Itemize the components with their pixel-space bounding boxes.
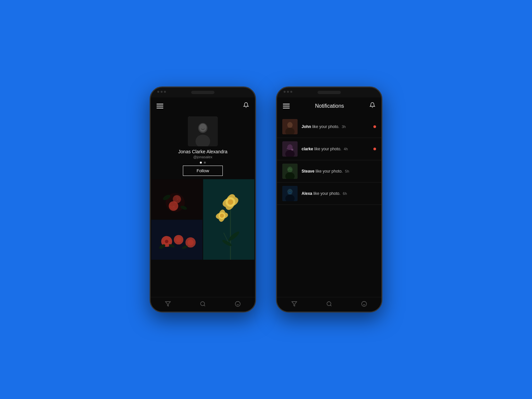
svg-point-39 [200, 302, 204, 306]
notif-username-john: John [302, 124, 311, 129]
svg-line-40 [204, 305, 205, 306]
svg-point-66 [361, 301, 366, 306]
notif-text-alexa: Alexa like your photo. 6h [302, 191, 369, 197]
photo-grid [151, 179, 255, 297]
notification-item-alexa[interactable]: Alexa like your photo. 6h [277, 183, 381, 205]
notif-time-steave: 5h [345, 169, 349, 173]
dot-1 [157, 91, 159, 93]
svg-point-30 [165, 240, 168, 243]
notification-item-steave[interactable]: Steave like your photo. 5h [277, 160, 381, 183]
menu-button-left[interactable] [157, 104, 163, 108]
right-header: Notifications [277, 97, 381, 113]
rmenu-line-3 [283, 108, 290, 108]
notif-action-john: like your photo. [312, 124, 339, 129]
svg-marker-63 [292, 302, 297, 306]
svg-point-64 [327, 302, 331, 306]
left-bottom-nav [151, 297, 255, 312]
menu-button-right[interactable] [283, 104, 290, 108]
phone-dots-right [284, 91, 292, 93]
rdot-3 [290, 91, 292, 93]
svg-line-65 [330, 305, 331, 306]
notification-item-john[interactable]: John like your photo. 3h [277, 116, 381, 138]
svg-point-51 [287, 148, 288, 149]
notif-username-steave: Steave [302, 169, 315, 174]
notif-username-clarke: clarke [302, 147, 313, 151]
svg-point-32 [176, 237, 181, 242]
notifications-screen: John like your photo. 3h [277, 113, 381, 297]
svg-marker-38 [166, 302, 171, 306]
photo-cell-2 [203, 179, 254, 260]
rmenu-line-1 [283, 104, 290, 104]
rdot-1 [284, 91, 286, 93]
page-dots [200, 162, 206, 164]
notif-time-clarke: 4h [344, 147, 348, 151]
notif-text-john: John like your photo. 3h [302, 124, 369, 130]
notif-avatar-steave [282, 164, 298, 179]
notif-dot-clarke [373, 148, 376, 150]
notif-avatar-alexa [282, 186, 298, 201]
notif-time-alexa: 6h [343, 192, 347, 196]
notifications-title: Notifications [315, 103, 344, 109]
svg-point-34 [188, 239, 194, 245]
notification-item-clarke[interactable]: clarke like your photo. 4h [277, 138, 381, 160]
dot-3 [164, 91, 166, 93]
phone-top-right [277, 87, 381, 97]
dot-2 [161, 91, 163, 93]
bell-button-left[interactable] [243, 102, 249, 110]
rdot-2 [287, 91, 289, 93]
right-bottom-nav [277, 297, 381, 312]
filter-icon-right[interactable] [291, 301, 297, 308]
left-screen: Jonas Clarke Alexandra @jonasalex Follow [151, 97, 255, 312]
bell-button-right[interactable] [369, 102, 375, 110]
notif-text-clarke: clarke like your photo. 4h [302, 146, 369, 152]
svg-point-50 [291, 149, 293, 151]
svg-rect-14 [203, 179, 254, 260]
notif-action-steave: like your photo. [316, 169, 342, 174]
svg-point-24 [220, 214, 224, 218]
notification-list: John like your photo. 3h [277, 113, 381, 297]
dot-inactive [204, 162, 206, 164]
profile-name: Jonas Clarke Alexandra [178, 149, 227, 154]
search-icon-right[interactable] [326, 301, 332, 308]
search-icon-left[interactable] [200, 301, 206, 308]
rmenu-line-2 [283, 106, 290, 106]
notif-dot-john [373, 125, 376, 128]
svg-point-45 [287, 122, 293, 128]
smiley-icon-left[interactable] [235, 301, 241, 308]
menu-line-2 [157, 106, 163, 106]
smiley-icon-right[interactable] [361, 301, 367, 308]
follow-button[interactable]: Follow [183, 166, 223, 176]
dot-active [200, 162, 202, 164]
phone-dots [157, 91, 166, 93]
avatar-image [188, 116, 218, 146]
notif-text-steave: Steave like your photo. 5h [302, 169, 369, 174]
notif-avatar-clarke [282, 141, 298, 157]
svg-point-3 [199, 124, 206, 132]
profile-content: Jonas Clarke Alexandra @jonasalex Follow [151, 113, 255, 297]
phone-right: Notifications [276, 86, 382, 313]
phone-top-left [151, 87, 255, 97]
left-header [151, 97, 255, 113]
notif-action-clarke: like your photo. [314, 147, 341, 151]
menu-line-3 [157, 108, 163, 108]
svg-point-20 [228, 199, 233, 204]
phone-left: Jonas Clarke Alexandra @jonasalex Follow [150, 86, 256, 313]
notif-avatar-john [282, 119, 298, 134]
svg-point-11 [173, 195, 181, 203]
notif-action-alexa: like your photo. [313, 191, 340, 196]
notif-username-alexa: Alexa [302, 191, 312, 196]
filter-icon-left[interactable] [165, 301, 171, 308]
photo-cell-3 [151, 220, 202, 260]
svg-point-41 [235, 301, 240, 306]
notif-time-john: 3h [342, 125, 346, 129]
profile-avatar [188, 116, 218, 146]
svg-point-62 [288, 192, 292, 194]
profile-handle: @jonasalex [193, 155, 212, 159]
menu-line-1 [157, 104, 163, 104]
right-screen: Notifications [277, 97, 381, 312]
photo-cell-1 [151, 179, 202, 219]
